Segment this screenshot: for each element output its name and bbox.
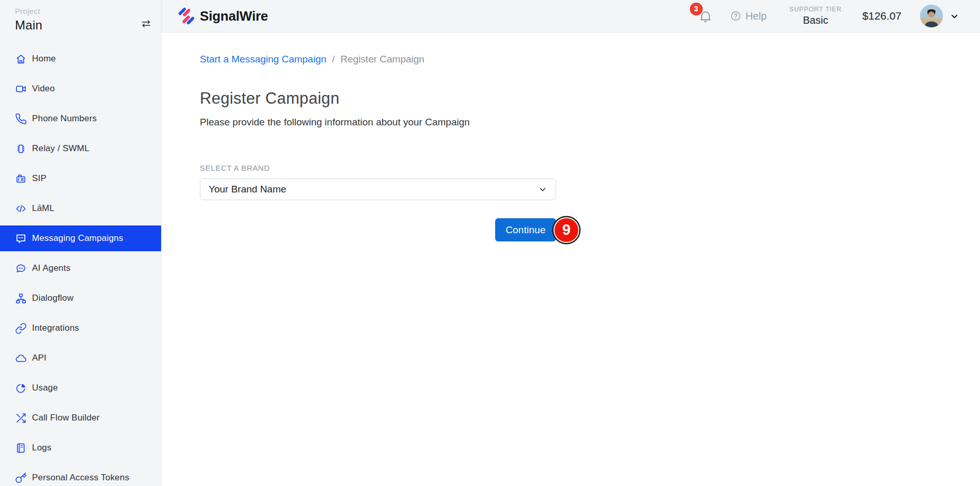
sidebar-item-label: Relay / SWML [32, 143, 89, 154]
sidebar-item-label: Personal Access Tokens [32, 473, 129, 483]
form-actions: Continue 9 [200, 218, 556, 241]
project-switcher: Project Main [0, 0, 161, 33]
sidebar-item-relay-swml[interactable]: Relay / SWML [0, 136, 161, 161]
sidebar-item-laml[interactable]: LāML [0, 196, 161, 221]
sidebar-item-messaging-campaigns[interactable]: Messaging Campaigns [0, 225, 161, 251]
page-subtitle: Please provide the following information… [200, 117, 980, 128]
sidebar-item-label: Messaging Campaigns [32, 233, 123, 244]
signalwire-logo-icon [178, 7, 195, 25]
sidebar-item-ai-agents[interactable]: AI Agents [0, 255, 161, 281]
chat-square-icon [15, 233, 27, 245]
home-icon [15, 53, 27, 65]
book-icon [15, 442, 27, 454]
sidebar-item-video[interactable]: Video [0, 76, 161, 102]
main-content: Start a Messaging Campaign / Register Ca… [162, 33, 980, 486]
question-circle-icon [730, 10, 741, 22]
chip-icon [15, 143, 27, 155]
header-actions: 3 Help SUPPORT TIER Basic $126.07 [699, 5, 959, 27]
select-brand-label: SELECT A BRAND [200, 164, 556, 172]
sidebar-item-label: Home [32, 54, 56, 64]
sidebar-item-call-flow-builder[interactable]: Call Flow Builder [0, 405, 161, 431]
sidebar-item-usage[interactable]: Usage [0, 375, 161, 401]
avatar[interactable] [920, 5, 943, 27]
link-icon [15, 322, 27, 334]
support-tier-value: Basic [789, 14, 842, 26]
breadcrumb-link-start-campaign[interactable]: Start a Messaging Campaign [200, 54, 326, 65]
signalwire-logo[interactable]: SignalWire [178, 7, 268, 25]
brand-name: SignalWire [200, 8, 268, 24]
sidebar-item-personal-access-tokens[interactable]: Personal Access Tokens [0, 465, 161, 486]
top-bar: SignalWire 3 Help SUPPORT TIER [162, 0, 980, 33]
sidebar-item-home[interactable]: Home [0, 46, 161, 72]
support-tier: SUPPORT TIER Basic [789, 6, 842, 26]
annotation-step-marker: 9 [554, 217, 579, 243]
sidebar-item-sip[interactable]: SIP [0, 166, 161, 191]
sidebar-item-integrations[interactable]: Integrations [0, 315, 161, 341]
pie-chart-icon [15, 382, 27, 394]
code-icon [15, 203, 27, 215]
sidebar-item-api[interactable]: API [0, 345, 161, 371]
sidebar-item-label: Phone Numbers [32, 114, 97, 124]
project-label: Project [15, 7, 42, 15]
continue-button[interactable]: Continue [495, 218, 556, 241]
breadcrumb: Start a Messaging Campaign / Register Ca… [200, 54, 980, 65]
sidebar-item-label: Dialogflow [32, 293, 73, 303]
brand-select-value: Your Brand Name [209, 184, 286, 195]
breadcrumb-separator: / [332, 54, 335, 65]
switch-project-icon[interactable] [140, 18, 152, 29]
key-icon [15, 472, 27, 484]
notification-badge: 3 [690, 3, 703, 15]
sidebar-item-dialogflow[interactable]: Dialogflow [0, 285, 161, 311]
chevron-down-icon [538, 185, 547, 194]
page-title: Register Campaign [200, 89, 980, 108]
sidebar-item-label: Usage [32, 383, 58, 393]
sidebar-item-label: Logs [32, 443, 52, 453]
account-menu-chevron-icon[interactable] [950, 11, 959, 21]
app-root: Project Main Home Video Phone Numbers [0, 0, 980, 486]
breadcrumb-current: Register Campaign [340, 54, 424, 65]
cloud-icon [15, 352, 27, 364]
register-campaign-form: SELECT A BRAND Your Brand Name Continue … [200, 164, 556, 241]
support-tier-label: SUPPORT TIER [789, 6, 842, 13]
chat-bubble-icon [15, 263, 27, 274]
sidebar-item-label: Integrations [32, 323, 79, 333]
help-button[interactable]: Help [730, 10, 767, 22]
project-name: Main [15, 18, 42, 33]
org-chart-icon [15, 293, 27, 304]
sidebar-item-label: API [32, 353, 46, 363]
sidebar-item-label: LāML [32, 203, 54, 214]
sidebar-item-label: Call Flow Builder [32, 413, 100, 423]
desk-phone-icon [15, 173, 27, 185]
sidebar-item-label: AI Agents [32, 263, 71, 273]
sidebar-nav: Home Video Phone Numbers Relay / SWML SI… [0, 46, 161, 486]
help-label: Help [746, 10, 767, 22]
sidebar-item-phone-numbers[interactable]: Phone Numbers [0, 106, 161, 132]
video-camera-icon [15, 83, 27, 95]
sidebar-item-label: SIP [32, 173, 46, 184]
brand-select[interactable]: Your Brand Name [200, 179, 556, 200]
project-info: Project Main [15, 7, 42, 33]
shuffle-icon [15, 412, 27, 424]
sidebar-item-logs[interactable]: Logs [0, 435, 161, 461]
sidebar: Project Main Home Video Phone Numbers [0, 0, 162, 486]
phone-icon [15, 113, 27, 125]
account-balance[interactable]: $126.07 [862, 10, 902, 22]
right-column: SignalWire 3 Help SUPPORT TIER [162, 0, 980, 486]
sidebar-item-label: Video [32, 84, 55, 94]
notifications-button[interactable]: 3 [699, 9, 713, 23]
